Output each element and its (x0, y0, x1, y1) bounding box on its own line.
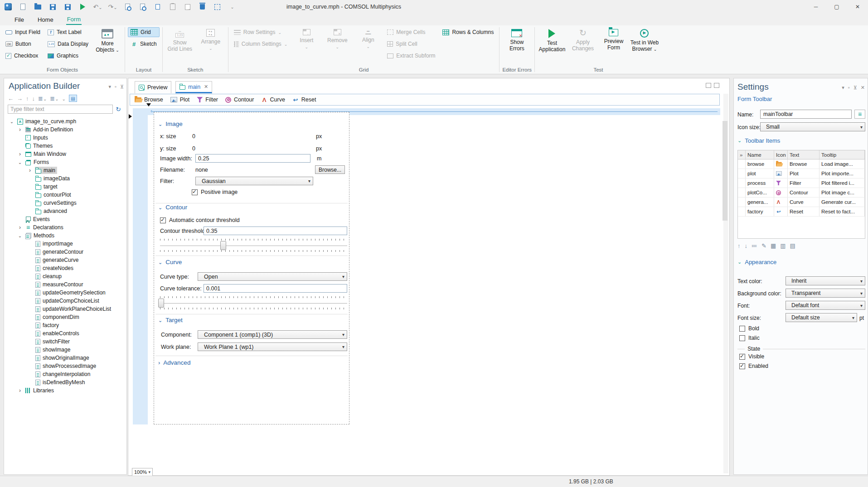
input-field-button[interactable]: Input Field (3, 27, 43, 37)
tree-item-declarations[interactable]: Declarations (5, 223, 126, 231)
expand-all-button[interactable]: ≣ (38, 95, 47, 102)
browse-toolbar-button[interactable]: Browse (135, 96, 163, 103)
tree-item-main-window[interactable]: Main Window (5, 150, 126, 158)
split-cell-button[interactable]: Split Cell (384, 39, 438, 49)
tree-item-inputs[interactable]: Inputs (5, 134, 126, 142)
background-color-dropdown[interactable]: Transparent (786, 289, 865, 298)
tree-item-root[interactable]: image_to_curve.mph (5, 117, 126, 125)
work-plane-dropdown[interactable]: Work Plane 1 (wp1) (198, 342, 347, 351)
column-header[interactable]: Tooltip (820, 150, 865, 159)
merge-cells-button[interactable]: Merge Cells (384, 27, 438, 37)
chevron-icon[interactable] (17, 233, 23, 238)
tree-item-componentdim[interactable]: componentDim (5, 313, 126, 321)
tree-item-contourplot[interactable]: contourPlot (5, 191, 126, 199)
browse-file-button[interactable]: Browse... (315, 165, 345, 174)
grid-row-guide[interactable] (133, 115, 148, 424)
section-appearance[interactable]: Appearance (737, 259, 776, 265)
edit-button[interactable]: ✎ (761, 242, 766, 249)
tree-item-importimage[interactable]: importImage (5, 240, 126, 248)
expand-column-header[interactable] (738, 150, 746, 159)
checkbox-icon[interactable] (739, 354, 745, 360)
tree-item-target[interactable]: target (5, 183, 126, 191)
plot-toolbar-button[interactable]: Plot (170, 96, 190, 103)
collapse-icon[interactable] (158, 259, 162, 265)
more-objects-button[interactable]: More Objects (93, 27, 122, 61)
font-dropdown[interactable]: Default font (786, 301, 865, 310)
collapse-icon[interactable] (158, 121, 162, 127)
add-item-button[interactable]: ▦ (771, 242, 776, 249)
filter-button[interactable] (62, 95, 66, 102)
checkbox-icon[interactable] (739, 335, 745, 341)
contour-threshold-input[interactable]: 0.35 (204, 227, 347, 235)
rows-columns-button[interactable]: Rows & Columns (440, 27, 496, 37)
zoom-control[interactable]: 100% (132, 468, 153, 476)
tree-item-generatecontour[interactable]: generateContour (5, 248, 126, 256)
table-row[interactable]: plot Plot Plot importe... (738, 169, 865, 178)
tree-item-enablecontrols[interactable]: enableControls (5, 329, 126, 338)
table-row[interactable]: process Filter Plot filtered i... (738, 178, 865, 188)
tree-item-isdefinedbymesh[interactable]: isDefinedByMesh (5, 378, 126, 386)
panel-pin-icon[interactable]: ⊻ (853, 85, 857, 91)
column-header[interactable]: Icon (774, 150, 788, 159)
section-toolbar-items[interactable]: Toolbar Items (737, 137, 780, 144)
tree-item-showoriginalimage[interactable]: showOriginalImage (5, 354, 126, 362)
compare-button[interactable] (138, 3, 147, 11)
sketch-layout-button[interactable]: Sketch (128, 39, 160, 49)
minimize-button[interactable]: ─ (805, 0, 826, 14)
curve-tolerance-input[interactable]: 0.001 (204, 284, 347, 293)
chevron-icon[interactable] (17, 160, 23, 165)
save-button[interactable] (48, 3, 57, 11)
redo-button[interactable]: ↷ (108, 3, 117, 11)
move-up-button[interactable]: ↑ (26, 95, 29, 102)
slider-track[interactable] (160, 303, 347, 304)
tab-main[interactable]: main ✕ (175, 81, 212, 93)
slider-track[interactable] (160, 246, 347, 246)
tab-file[interactable]: File (14, 15, 25, 24)
section-image[interactable]: Image (158, 121, 183, 127)
scrollbar-thumb[interactable] (723, 121, 727, 221)
tree-item-showprocessedimage[interactable]: showProcessedImage (5, 362, 126, 370)
collapse-icon[interactable] (158, 317, 162, 323)
icon-size-dropdown[interactable]: Small (760, 122, 865, 131)
reset-toolbar-button[interactable]: Reset (292, 96, 316, 103)
arrange-button[interactable]: Arrange (196, 27, 225, 53)
panel-menu-icon[interactable]: ▾ (109, 84, 112, 90)
show-errors-button[interactable]: ShowErrors (502, 27, 531, 52)
text-color-dropdown[interactable]: Inherit (786, 276, 865, 285)
filter-dropdown[interactable]: Gaussian (195, 177, 313, 185)
panel-float-icon[interactable]: ▫ (848, 85, 850, 91)
checkbox-button[interactable]: Checkbox (3, 51, 43, 61)
curve-type-dropdown[interactable]: Open (198, 272, 347, 281)
insert-item-button[interactable]: ▥ (780, 242, 786, 249)
tree-filter-input[interactable] (8, 105, 113, 114)
chevron-icon[interactable] (27, 167, 33, 174)
tree-item-showimage[interactable]: showImage (5, 346, 126, 354)
maximize-button[interactable]: ▢ (826, 0, 847, 14)
tree-item-updateworkplanechoicelist[interactable]: updateWorkPlaneChoiceList (5, 305, 126, 313)
move-down-button[interactable]: ↓ (32, 95, 35, 102)
apply-changes-button[interactable]: ↻ ApplyChanges (568, 27, 597, 53)
new-file-button[interactable] (19, 3, 27, 11)
panel-close-icon[interactable]: ✕ (861, 85, 865, 91)
back-button[interactable]: ← (8, 95, 14, 102)
tab-home[interactable]: Home (37, 15, 54, 24)
italic-checkbox[interactable]: Italic (739, 335, 760, 341)
contour-toolbar-button[interactable]: Contour (225, 96, 254, 103)
tree-item-changeinterpolation[interactable]: changeInterpolation (5, 370, 126, 378)
enabled-checkbox[interactable]: Enabled (739, 363, 768, 369)
tree-item-events[interactable]: Events (5, 215, 126, 223)
checkbox-icon[interactable] (739, 326, 745, 332)
tree-item-addin-definition[interactable]: Add-in Definition (5, 125, 126, 134)
tree-item-themes[interactable]: Themes (5, 142, 126, 150)
collapse-icon[interactable] (158, 204, 162, 211)
section-target[interactable]: Target (158, 317, 183, 323)
filter-toolbar-button[interactable]: Filter (197, 96, 218, 103)
edit-name-button[interactable] (854, 110, 865, 119)
checkbox-icon[interactable] (160, 217, 166, 223)
table-row[interactable]: factory Reset Reset to fact... (738, 207, 865, 217)
image-width-input[interactable]: 0.25 (195, 154, 310, 163)
chevron-icon[interactable] (17, 126, 23, 133)
test-application-button[interactable]: TestApplication (538, 27, 567, 53)
run-button[interactable] (78, 3, 87, 11)
checkbox-icon[interactable] (192, 189, 198, 195)
